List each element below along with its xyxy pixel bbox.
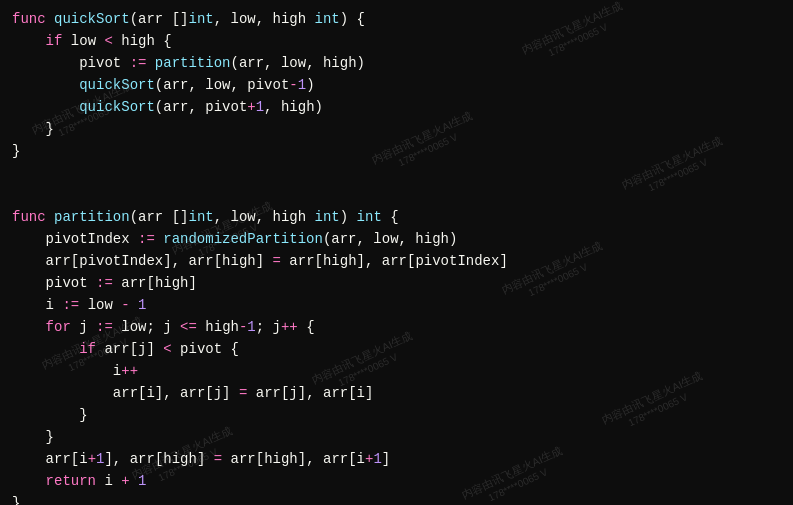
code-line-14: i := low - 1 xyxy=(12,294,781,316)
code-line-18: arr[i], arr[j] = arr[j], arr[i] xyxy=(12,382,781,404)
code-line-6: } xyxy=(12,118,781,140)
code-line-17: i++ xyxy=(12,360,781,382)
code-line-23: } xyxy=(12,492,781,505)
code-block: func quickSort(arr []int, low, high int)… xyxy=(12,8,781,505)
code-line-2: if low < high { xyxy=(12,30,781,52)
code-line-13: pivot := arr[high] xyxy=(12,272,781,294)
code-line-12: arr[pivotIndex], arr[high] = arr[high], … xyxy=(12,250,781,272)
code-line-22: return i + 1 xyxy=(12,470,781,492)
code-line-1: func quickSort(arr []int, low, high int)… xyxy=(12,8,781,30)
code-line-7: } xyxy=(12,140,781,162)
code-line-3: pivot := partition(arr, low, high) xyxy=(12,52,781,74)
code-line-10: func partition(arr []int, low, high int)… xyxy=(12,206,781,228)
code-line-8 xyxy=(12,162,781,184)
code-line-11: pivotIndex := randomizedPartition(arr, l… xyxy=(12,228,781,250)
code-line-15: for j := low; j <= high-1; j++ { xyxy=(12,316,781,338)
code-line-21: arr[i+1], arr[high] = arr[high], arr[i+1… xyxy=(12,448,781,470)
code-container: func quickSort(arr []int, low, high int)… xyxy=(0,0,793,505)
code-line-20: } xyxy=(12,426,781,448)
code-line-9 xyxy=(12,184,781,206)
code-line-16: if arr[j] < pivot { xyxy=(12,338,781,360)
code-line-4: quickSort(arr, low, pivot-1) xyxy=(12,74,781,96)
code-line-5: quickSort(arr, pivot+1, high) xyxy=(12,96,781,118)
code-line-19: } xyxy=(12,404,781,426)
